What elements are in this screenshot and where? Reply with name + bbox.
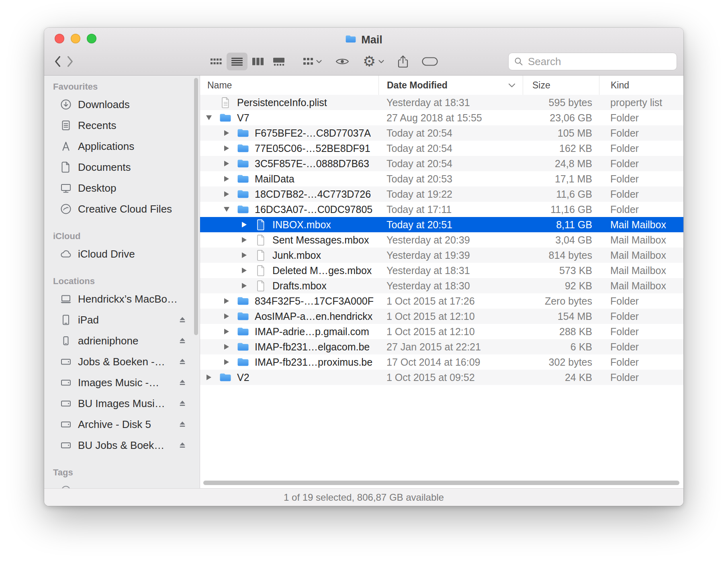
- file-row[interactable]: MailDataToday at 20:5317,1 MBFolder: [200, 171, 683, 186]
- sidebar-item-documents[interactable]: Documents: [44, 157, 200, 178]
- share-icon: [398, 55, 408, 68]
- file-row[interactable]: V727 Aug 2018 at 15:5523,06 GBFolder: [200, 110, 683, 125]
- column-header-size[interactable]: Size: [523, 76, 599, 95]
- folder-icon: [237, 296, 249, 306]
- file-size: 288 KB: [523, 326, 599, 338]
- disclosure-closed-icon[interactable]: [223, 298, 231, 304]
- gallery-view-button[interactable]: [268, 53, 289, 70]
- sidebar-item-downloads[interactable]: Downloads: [44, 94, 200, 115]
- sidebar-item-label: adrieniphone: [78, 335, 173, 347]
- disclosure-closed-icon[interactable]: [223, 329, 231, 334]
- group-button[interactable]: [303, 53, 322, 70]
- file-row[interactable]: 16DC3A07-…C0DC97805Today at 17:1111,16 G…: [200, 202, 683, 217]
- eject-icon[interactable]: [176, 335, 188, 347]
- sidebar-item-tag[interactable]: [44, 480, 200, 488]
- file-row[interactable]: Drafts.mboxYesterday at 18:3092 KBMail M…: [200, 278, 683, 293]
- file-row[interactable]: Deleted M…ges.mboxYesterday at 18:31573 …: [200, 263, 683, 278]
- file-name-cell: Drafts.mbox: [200, 278, 378, 293]
- eject-icon[interactable]: [176, 439, 188, 451]
- file-row[interactable]: AosIMAP-a…en.hendrickx1 Oct 2015 at 12:1…: [200, 309, 683, 324]
- sidebar-item-label: Archive - Disk 5: [78, 418, 173, 431]
- disclosure-closed-icon[interactable]: [223, 130, 231, 136]
- share-button[interactable]: [398, 53, 408, 70]
- file-icon: [255, 265, 267, 276]
- disclosure-closed-icon[interactable]: [223, 191, 231, 197]
- sidebar-item-desktop[interactable]: Desktop: [44, 178, 200, 199]
- disclosure-closed-icon[interactable]: [223, 145, 231, 151]
- chevron-down-icon: [378, 60, 384, 63]
- sidebar-item-ipad[interactable]: iPad: [44, 309, 200, 330]
- file-row[interactable]: Sent Messages.mboxYesterday at 20:393,04…: [200, 232, 683, 248]
- disclosure-closed-icon[interactable]: [223, 161, 231, 166]
- disclosure-closed-icon[interactable]: [240, 283, 248, 289]
- sidebar-item-bu-jobs-boek[interactable]: BU Jobs & Boek…: [44, 435, 200, 456]
- eject-icon[interactable]: [176, 377, 188, 389]
- file-row[interactable]: 3C5F857E-…0888D7B63Today at 20:5424,8 MB…: [200, 156, 683, 171]
- list-view-button[interactable]: [227, 53, 247, 70]
- file-row[interactable]: F675BFE2-…C8D77037AToday at 20:54105 MBF…: [200, 125, 683, 141]
- quick-look-button[interactable]: [335, 53, 349, 70]
- disclosure-closed-icon[interactable]: [240, 237, 248, 243]
- file-row[interactable]: PersistenceInfo.plistYesterday at 18:315…: [200, 95, 683, 110]
- sidebar-item-creative-cloud-files[interactable]: Creative Cloud Files: [44, 199, 200, 219]
- column-view-button[interactable]: [247, 53, 268, 70]
- file-kind: Folder: [599, 127, 683, 139]
- file-date-modified: Today at 20:51: [378, 219, 523, 231]
- file-size: 11,16 GB: [523, 204, 599, 215]
- eject-icon[interactable]: [176, 418, 188, 430]
- search-field[interactable]: [508, 53, 677, 70]
- disclosure-closed-icon[interactable]: [205, 375, 213, 380]
- disclosure-closed-icon[interactable]: [223, 313, 231, 319]
- sidebar-item-jobs-boeken[interactable]: Jobs & Boeken -…: [44, 351, 200, 372]
- file-row[interactable]: V21 Oct 2015 at 09:5224 KBFolder: [200, 370, 683, 385]
- file-name: Sent Messages.mbox: [272, 234, 369, 246]
- sidebar-item-applications[interactable]: Applications: [44, 136, 200, 157]
- search-icon: [514, 57, 523, 66]
- disclosure-closed-icon[interactable]: [223, 359, 231, 365]
- file-row[interactable]: 18CD7B82-…4C773D726Today at 19:2211,6 GB…: [200, 186, 683, 202]
- sidebar-item-icloud-drive[interactable]: iCloud Drive: [44, 244, 200, 264]
- tag-button[interactable]: [422, 53, 438, 70]
- sidebar-scrollbar[interactable]: [194, 78, 198, 335]
- column-header-kind[interactable]: Kind: [599, 76, 683, 95]
- disclosure-open-icon[interactable]: [223, 207, 231, 212]
- eject-icon[interactable]: [176, 356, 188, 368]
- eject-icon[interactable]: [176, 314, 188, 326]
- disclosure-open-icon[interactable]: [205, 115, 213, 120]
- file-row[interactable]: 834F32F5-…17CF3A000F1 Oct 2015 at 17:26Z…: [200, 293, 683, 309]
- folder-icon: [237, 174, 249, 184]
- back-button[interactable]: [54, 53, 61, 70]
- file-list: PersistenceInfo.plistYesterday at 18:315…: [200, 95, 683, 385]
- action-button[interactable]: ⚙: [363, 53, 384, 70]
- forward-button[interactable]: [67, 53, 74, 70]
- sidebar-item-adrieniphone[interactable]: adrieniphone: [44, 330, 200, 351]
- sidebar-item-bu-images-musi[interactable]: BU Images Musi…: [44, 393, 200, 414]
- sidebar-item-recents[interactable]: Recents: [44, 115, 200, 136]
- file-row[interactable]: Junk.mboxYesterday at 19:39814 bytesMail…: [200, 248, 683, 263]
- disclosure-closed-icon[interactable]: [223, 176, 231, 182]
- column-header-name[interactable]: Name: [200, 76, 378, 95]
- file-row[interactable]: IMAP-fb231…proximus.be17 Oct 2014 at 16:…: [200, 354, 683, 370]
- search-input[interactable]: [527, 55, 671, 68]
- disclosure-closed-icon[interactable]: [240, 268, 248, 273]
- folder-icon: [237, 159, 249, 168]
- sidebar-item-archive-disk-5[interactable]: Archive - Disk 5: [44, 414, 200, 435]
- disclosure-closed-icon[interactable]: [240, 252, 248, 258]
- file-row[interactable]: 77E05C06-…52BE8DF91Today at 20:54162 KBF…: [200, 141, 683, 156]
- sidebar-item-images-music[interactable]: Images Music -…: [44, 372, 200, 393]
- disclosure-closed-icon[interactable]: [223, 344, 231, 350]
- file-icon: [219, 97, 231, 108]
- zoom-button[interactable]: [87, 34, 96, 43]
- disclosure-closed-icon[interactable]: [240, 222, 248, 227]
- column-header-date-modified[interactable]: Date Modified: [378, 76, 523, 95]
- sidebar-item-hendrickx-s-macbo[interactable]: Hendrickx’s MacBo…: [44, 289, 200, 309]
- file-row[interactable]: INBOX.mboxToday at 20:518,11 GBMail Mail…: [200, 217, 683, 232]
- icon-view-button[interactable]: [206, 53, 227, 70]
- file-date-modified: Today at 20:54: [378, 127, 523, 139]
- minimize-button[interactable]: [71, 34, 80, 43]
- file-row[interactable]: IMAP-adrie…p.gmail.com1 Oct 2015 at 12:1…: [200, 324, 683, 339]
- close-button[interactable]: [55, 34, 64, 43]
- file-row[interactable]: IMAP-fb231…elgacom.be27 Jan 2015 at 22:2…: [200, 339, 683, 354]
- horizontal-scrollbar[interactable]: [203, 481, 679, 485]
- eject-icon[interactable]: [176, 397, 188, 409]
